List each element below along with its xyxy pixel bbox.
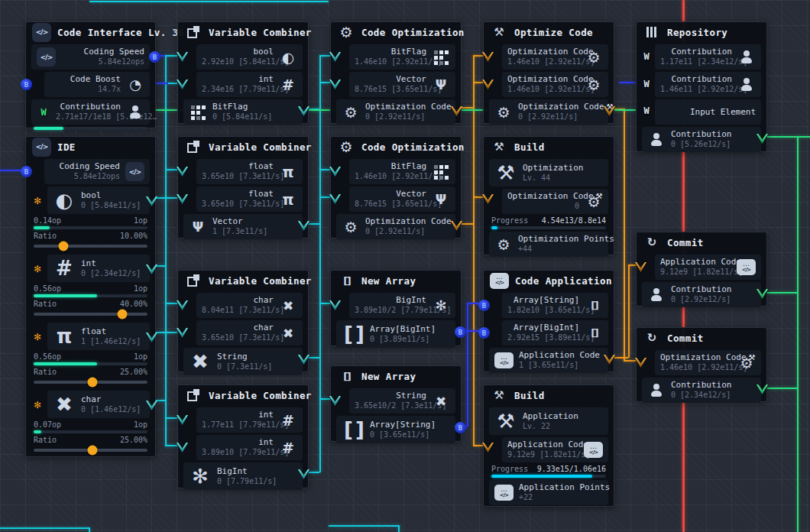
input-port[interactable] bbox=[177, 415, 188, 425]
input-row: Array[BigInt] 2.92e15 [3.89e11/s] bbox=[502, 320, 608, 345]
ratio-label: Ratio bbox=[34, 436, 57, 444]
panel-title: IDE bbox=[57, 141, 76, 153]
output-row: Array[BigInt] 0 [3.89e11/s] bbox=[336, 320, 455, 348]
output-port-b[interactable] bbox=[455, 326, 466, 338]
row-label: BigInt bbox=[355, 295, 426, 306]
input-port[interactable] bbox=[482, 443, 494, 453]
row-value: 0 [3.89e11/s] bbox=[370, 335, 450, 345]
node-code-application[interactable]: Code Application Array[String] 1.82e10 [… bbox=[483, 270, 614, 372]
input-port[interactable] bbox=[329, 300, 341, 310]
row-value: 2.92e10 [5.84e11/s] bbox=[202, 57, 274, 67]
input-port[interactable] bbox=[482, 52, 494, 62]
node-variable-combiner-2[interactable]: Variable Combiner float 3.65e10 [7.3e11/… bbox=[177, 136, 309, 238]
row-value: 3.89e10/2 [7.79e11/s] bbox=[355, 306, 426, 316]
row-label: BitFlag bbox=[355, 161, 426, 172]
config-port[interactable] bbox=[32, 264, 43, 274]
bool-icon bbox=[279, 48, 297, 66]
input-port[interactable] bbox=[329, 52, 341, 62]
op-max: 1op bbox=[134, 420, 147, 429]
panel-title: Commit bbox=[667, 332, 704, 344]
node-repository[interactable]: Repository Contribution 1.17e11 [2.34e12… bbox=[636, 21, 767, 152]
optimization-code-icon bbox=[585, 48, 603, 66]
node-variable-combiner-3[interactable]: Variable Combiner char 8.04e11 [7.3e11/s… bbox=[177, 270, 309, 372]
input-port[interactable] bbox=[482, 194, 494, 204]
output-row: BigInt 0 [7.79e11/s] bbox=[183, 462, 303, 490]
config-port[interactable] bbox=[32, 332, 43, 342]
input-port[interactable] bbox=[329, 79, 341, 89]
wire bbox=[462, 107, 473, 109]
ratio-slider[interactable] bbox=[34, 381, 147, 384]
input-port-b[interactable] bbox=[21, 166, 32, 177]
slider-knob[interactable] bbox=[58, 242, 68, 251]
input-port[interactable] bbox=[177, 79, 188, 89]
row-value: 3.65e10/2 [7.3e11/s] bbox=[355, 401, 426, 411]
slider-knob[interactable] bbox=[118, 310, 128, 320]
output-row: Contribution 0 [2.92e12/s] bbox=[642, 282, 761, 307]
row-label: char bbox=[202, 323, 274, 333]
node-optimize-code[interactable]: Optimize Code Optimization Code 1.46e10 … bbox=[483, 21, 614, 124]
node-code-optimization-2[interactable]: Code Optimization BitFlag 1.46e10 [2.92e… bbox=[330, 136, 462, 238]
vector-icon bbox=[432, 76, 450, 94]
input-port-b[interactable] bbox=[478, 300, 490, 311]
slider-knob[interactable] bbox=[88, 446, 98, 456]
wire bbox=[767, 136, 810, 138]
slider-knob[interactable] bbox=[88, 378, 98, 388]
node-build-application[interactable]: Build Application Lv. 22 Application Cod… bbox=[483, 384, 614, 507]
input-port[interactable] bbox=[177, 194, 188, 204]
input-port[interactable] bbox=[482, 79, 494, 89]
input-port[interactable] bbox=[635, 262, 646, 272]
input-row: BitFlag 1.46e10 [2.92e11/s] bbox=[349, 159, 455, 184]
input-row: char 3.65e10 [7.3e11/s] bbox=[196, 320, 303, 345]
panel-title: Code Application bbox=[515, 275, 612, 287]
node-code-interface[interactable]: Code Interface Lv. 36 Coding Speed 5.84e… bbox=[25, 21, 156, 128]
node-new-array-1[interactable]: New Array BigInt 3.89e10/2 [7.79e11/s] A… bbox=[330, 270, 462, 346]
application-code-icon bbox=[494, 352, 514, 368]
input-port[interactable] bbox=[329, 194, 341, 204]
panel-header: Optimize Code bbox=[484, 22, 614, 42]
ratio-slider[interactable] bbox=[34, 449, 147, 452]
node-graph-canvas[interactable]: Code Interface Lv. 36 Coding Speed 5.84e… bbox=[0, 0, 810, 532]
build-target-label: Optimization bbox=[523, 163, 603, 174]
input-port[interactable] bbox=[329, 167, 341, 177]
vector-icon bbox=[189, 218, 207, 236]
panel-title: Variable Combiner bbox=[209, 27, 312, 38]
row-label: Contribution bbox=[56, 102, 121, 112]
ratio-slider[interactable] bbox=[34, 245, 147, 248]
node-ide[interactable]: IDE Coding Speed 5.84e12ops bool 0 [5.84… bbox=[25, 136, 156, 457]
node-variable-combiner-1[interactable]: Variable Combiner bool 2.92e10 [5.84e11/… bbox=[177, 21, 309, 124]
input-port-b[interactable] bbox=[21, 79, 32, 90]
input-port[interactable] bbox=[177, 167, 188, 177]
input-port-b[interactable] bbox=[478, 327, 490, 339]
node-new-array-2[interactable]: New Array String 3.65e10/2 [7.3e11/s] Ar… bbox=[330, 365, 462, 442]
node-build-optimization[interactable]: Build Optimization Lv. 44 Optimization C… bbox=[483, 136, 614, 255]
node-variable-combiner-4[interactable]: Variable Combiner int 1.77e11 [7.79e11/s… bbox=[177, 384, 309, 488]
wire bbox=[0, 527, 89, 529]
config-port[interactable] bbox=[32, 196, 43, 206]
input-port-w[interactable] bbox=[640, 105, 653, 117]
row-value: 3.65e10 [7.3e11/s] bbox=[202, 172, 274, 182]
bigint-icon bbox=[189, 465, 212, 488]
input-port-w[interactable] bbox=[640, 78, 653, 90]
node-commit-1[interactable]: Commit Application Code 9.12e9 [1.82e11/… bbox=[636, 232, 767, 307]
output-port-b[interactable] bbox=[149, 51, 160, 63]
array-icon bbox=[342, 418, 364, 441]
input-port[interactable] bbox=[329, 396, 341, 406]
commit-icon bbox=[643, 329, 661, 347]
config-port[interactable] bbox=[32, 400, 43, 410]
stat-bool: bool 0 [5.84e11/s] 0.14op1op Ratio10.00% bbox=[26, 187, 155, 248]
float-icon bbox=[279, 163, 297, 181]
ratio-slider[interactable] bbox=[34, 313, 147, 316]
input-port[interactable] bbox=[177, 52, 188, 62]
input-port-w[interactable] bbox=[640, 50, 653, 63]
node-commit-2[interactable]: Commit Optimization Code 1.46e10 [2.92e1… bbox=[636, 327, 767, 402]
input-row: BigInt 3.89e10/2 [7.79e11/s] bbox=[349, 293, 455, 318]
input-port[interactable] bbox=[177, 443, 188, 453]
input-port[interactable] bbox=[177, 328, 188, 338]
node-code-optimization-1[interactable]: Code Optimization BitFlag 1.46e10 [2.92e… bbox=[330, 21, 462, 124]
input-port[interactable] bbox=[177, 300, 188, 310]
row-label: Optimization Code bbox=[660, 352, 747, 362]
output-port-b[interactable] bbox=[455, 422, 466, 433]
input-row: Application Code 9.12e9 [1.82e11/s] bbox=[502, 437, 608, 462]
input-port[interactable] bbox=[635, 358, 646, 368]
input-row: Input Element bbox=[655, 99, 761, 125]
